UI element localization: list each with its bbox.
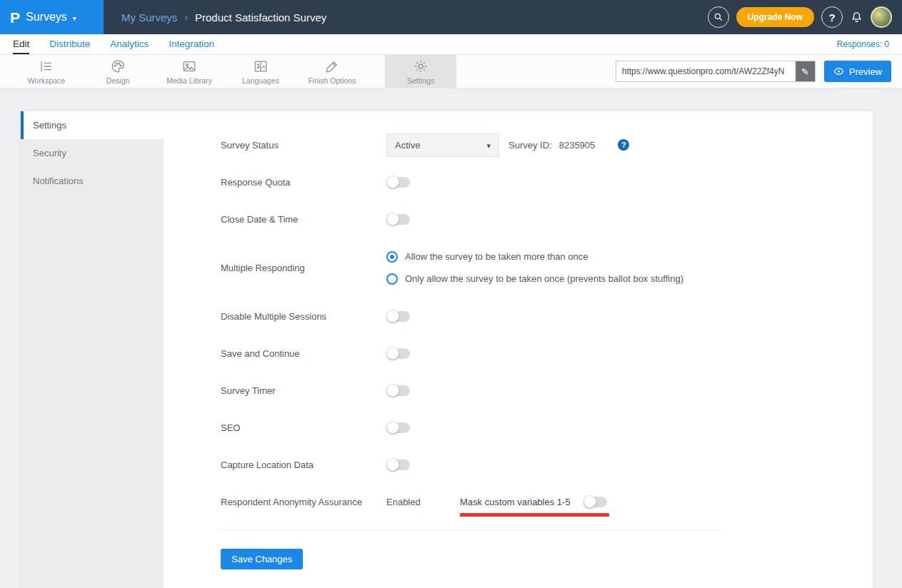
settings-gear-icon	[413, 59, 429, 74]
disable-multiple-sessions-toggle[interactable]	[386, 311, 410, 322]
breadcrumb-current-survey: Product Satisfaction Survey	[195, 11, 326, 24]
settings-sidebar: Settings Security Notifications	[21, 111, 164, 588]
toggle-knob	[583, 495, 596, 508]
capture-location-label: Capture Location Data	[221, 460, 386, 470]
survey-timer-row: Survey Timer	[221, 372, 844, 409]
help-button[interactable]	[821, 6, 843, 28]
toolbar-item-label: Design	[106, 76, 130, 85]
upgrade-now-button[interactable]: Upgrade Now	[736, 7, 814, 27]
capture-location-toggle[interactable]	[386, 460, 410, 470]
sidebar-item-settings[interactable]: Settings	[21, 111, 164, 139]
survey-id-help-icon[interactable]	[618, 139, 629, 151]
close-date-toggle[interactable]	[386, 214, 410, 225]
radio-unselected-icon	[386, 273, 398, 285]
radio-allow-once[interactable]: Only allow the survey to be taken once (…	[386, 273, 683, 285]
survey-url-input[interactable]	[616, 61, 796, 81]
questionpro-logo-icon	[10, 10, 20, 25]
breadcrumb-separator: ›	[184, 11, 188, 23]
preview-button[interactable]: Preview	[824, 61, 891, 82]
survey-timer-label: Survey Timer	[221, 385, 386, 396]
save-continue-row: Save and Continue	[221, 335, 844, 372]
main-nav: Edit Distribute Analytics Integration Re…	[0, 34, 902, 55]
tab-integration[interactable]: Integration	[169, 34, 214, 54]
toggle-knob	[386, 310, 399, 323]
brand-label: Surveys	[26, 11, 67, 24]
main-content: Settings Security Notifications Survey S…	[0, 88, 902, 588]
sidebar-item-notifications[interactable]: Notifications	[21, 167, 164, 195]
edit-toolbar: Workspace Design Media Library A Languag…	[0, 55, 902, 88]
respondent-anonymity-row: Respondent Anonymity Assurance Enabled M…	[221, 483, 844, 520]
close-date-row: Close Date & Time	[221, 201, 844, 238]
toolbar-item-label: Settings	[407, 76, 434, 85]
toolbar-item-label: Workspace	[28, 76, 65, 85]
question-mark-icon	[828, 11, 835, 24]
sidebar-item-security[interactable]: Security	[21, 139, 164, 167]
tab-edit[interactable]: Edit	[13, 34, 29, 54]
workspace-icon	[39, 59, 54, 74]
seo-label: SEO	[221, 422, 386, 433]
survey-status-value: Active	[395, 140, 420, 151]
toolbar-item-workspace[interactable]: Workspace	[11, 55, 82, 88]
save-continue-label: Save and Continue	[221, 348, 386, 359]
toolbar-item-design[interactable]: Design	[82, 55, 154, 88]
toolbar-item-settings[interactable]: Settings	[385, 55, 456, 88]
radio-selected-icon	[386, 251, 398, 263]
form-divider	[221, 530, 721, 531]
settings-card: Settings Security Notifications Survey S…	[20, 111, 873, 588]
search-icon	[713, 12, 723, 22]
multiple-responding-options: Allow the survey to be taken more than o…	[386, 251, 683, 285]
design-palette-icon	[110, 59, 126, 74]
seo-row: SEO	[221, 409, 844, 446]
toolbar-item-label: Finish Options	[308, 76, 356, 85]
mask-variables-group: Mask custom variables 1-5	[460, 497, 607, 507]
highlight-underline	[460, 513, 609, 517]
survey-id-value: 8235905	[559, 140, 596, 151]
close-date-label: Close Date & Time	[221, 214, 386, 225]
tab-distribute[interactable]: Distribute	[49, 34, 90, 54]
avatar[interactable]	[871, 6, 892, 28]
multiple-responding-row: Multiple Responding Allow the survey to …	[221, 238, 844, 298]
toggle-knob	[386, 421, 399, 434]
edit-url-pencil-button[interactable]	[796, 61, 815, 81]
save-and-continue-toggle[interactable]	[386, 348, 410, 359]
bell-icon	[850, 11, 863, 24]
radio-allow-once-label: Only allow the survey to be taken once (…	[405, 273, 683, 284]
questionpro-settings-page: Surveys My Surveys › Product Satisfactio…	[0, 0, 902, 588]
response-quota-label: Response Quota	[221, 177, 386, 188]
survey-url-box	[616, 61, 816, 82]
svg-text:A: A	[261, 63, 266, 69]
respondent-anonymity-label: Respondent Anonymity Assurance	[221, 497, 386, 507]
toolbar-item-finish-options[interactable]: Finish Options	[296, 55, 368, 88]
save-changes-button[interactable]: Save Changes	[221, 549, 303, 569]
seo-toggle[interactable]	[386, 422, 410, 433]
toggle-knob	[386, 213, 399, 225]
toggle-knob	[386, 176, 399, 188]
survey-status-select[interactable]: Active	[386, 133, 499, 157]
radio-allow-multiple[interactable]: Allow the survey to be taken more than o…	[386, 251, 683, 263]
responses-count[interactable]: Responses: 0	[837, 34, 889, 54]
mask-variables-label: Mask custom variables 1-5	[460, 497, 571, 507]
mask-variables-toggle[interactable]	[583, 497, 607, 507]
survey-status-label: Survey Status	[221, 140, 386, 151]
toolbar-item-languages[interactable]: A Languages	[225, 55, 296, 88]
product-switcher[interactable]: Surveys	[0, 0, 104, 34]
search-button[interactable]	[708, 6, 729, 28]
tab-analytics[interactable]: Analytics	[110, 34, 149, 54]
chevron-down-icon	[486, 140, 491, 151]
response-quota-toggle[interactable]	[386, 177, 410, 188]
survey-id-label: Survey ID:	[508, 140, 552, 151]
toggle-knob	[386, 458, 399, 471]
notifications-bell-button[interactable]	[850, 11, 863, 24]
toolbar-item-label: Media Library	[166, 76, 212, 85]
respondent-anonymity-value: Enabled	[386, 497, 460, 507]
disable-sessions-row: Disable Multiple Sessions	[221, 298, 844, 335]
response-quota-row: Response Quota	[221, 163, 844, 201]
top-header: Surveys My Surveys › Product Satisfactio…	[0, 0, 902, 34]
languages-icon: A	[253, 59, 269, 74]
survey-status-row: Survey Status Active Survey ID: 8235905	[221, 126, 844, 163]
breadcrumb-my-surveys[interactable]: My Surveys	[121, 11, 177, 24]
survey-timer-toggle[interactable]	[386, 385, 410, 396]
radio-allow-multiple-label: Allow the survey to be taken more than o…	[405, 251, 588, 262]
toolbar-item-media-library[interactable]: Media Library	[154, 55, 225, 88]
toggle-knob	[386, 347, 399, 360]
